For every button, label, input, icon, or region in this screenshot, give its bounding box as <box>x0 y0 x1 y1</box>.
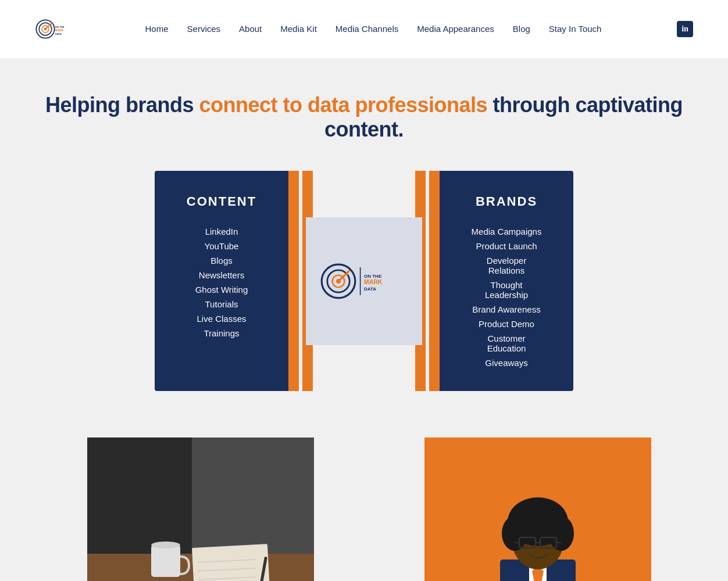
headline-accent: connect to data professionals <box>199 93 487 117</box>
person-image <box>424 437 651 581</box>
orange-bar <box>429 171 440 391</box>
brands-panel: BRANDS Media Campaigns Product Launch De… <box>440 171 573 391</box>
brands-panel-items: Media Campaigns Product Launch Developer… <box>469 227 544 368</box>
list-item: Thought Leadership <box>469 280 544 300</box>
list-item: Trainings <box>204 328 239 338</box>
list-item: Brand Awareness <box>472 304 540 314</box>
list-item: Blogs <box>210 256 233 266</box>
content-panel-items: LinkedIn YouTube Blogs Newsletters Ghost… <box>195 227 248 338</box>
svg-point-29 <box>151 541 180 548</box>
content-panel: CONTENT LinkedIn YouTube Blogs Newslette… <box>155 171 288 391</box>
list-item: YouTube <box>205 241 239 251</box>
svg-point-38 <box>548 516 574 551</box>
list-item: Product Demo <box>479 319 534 329</box>
center-logo-svg: ON THE MARK DATA <box>317 263 411 300</box>
list-item: Tutorials <box>205 299 238 309</box>
panels-wrapper: CONTENT LinkedIn YouTube Blogs Newslette… <box>131 171 597 391</box>
nav-blog[interactable]: Blog <box>513 24 530 34</box>
nav-media-channels[interactable]: Media Channels <box>336 24 398 34</box>
nav-media-kit[interactable]: Media Kit <box>280 24 317 34</box>
hero-section: Helping brands connect to data professio… <box>0 58 728 437</box>
logo[interactable]: ON THE MARK DATA <box>35 12 70 46</box>
svg-text:DATA: DATA <box>364 286 376 292</box>
list-item: Live Classes <box>197 314 246 324</box>
logo-icon: ON THE MARK DATA <box>35 12 70 46</box>
list-item: Product Launch <box>476 241 537 251</box>
headline-part1: Helping brands <box>45 93 199 117</box>
list-item: Ghost Writing <box>195 285 248 295</box>
brands-panel-title: BRANDS <box>476 194 537 209</box>
bottom-image-right <box>424 437 651 581</box>
list-item: LinkedIn <box>205 227 238 236</box>
bottom-section <box>0 437 728 581</box>
center-logo-box: ON THE MARK DATA <box>306 217 422 345</box>
svg-rect-28 <box>151 545 180 577</box>
svg-text:DATA: DATA <box>55 33 62 35</box>
linkedin-icon[interactable]: in <box>677 21 693 37</box>
svg-text:ON THE: ON THE <box>55 26 65 28</box>
svg-text:MARK: MARK <box>55 29 64 32</box>
nav-links: Home Services About Media Kit Media Chan… <box>145 24 602 34</box>
svg-point-37 <box>502 516 527 551</box>
list-item: Customer Education <box>469 333 544 353</box>
list-item: Giveaways <box>485 358 527 368</box>
list-item: Media Campaigns <box>472 227 542 236</box>
svg-text:ON THE: ON THE <box>364 273 382 278</box>
svg-text:MARK: MARK <box>364 278 383 285</box>
hero-headline: Helping brands connect to data professio… <box>23 93 705 142</box>
nav-stay-in-touch[interactable]: Stay In Touch <box>549 24 602 34</box>
nav-media-appearances[interactable]: Media Appearances <box>417 24 494 34</box>
center-panel: ON THE MARK DATA <box>288 171 440 391</box>
list-item: Developer Relations <box>469 256 544 275</box>
nav-home[interactable]: Home <box>145 24 169 34</box>
desk-image <box>87 437 314 581</box>
content-panel-title: CONTENT <box>187 194 256 209</box>
nav-about[interactable]: About <box>239 24 262 34</box>
list-item: Newsletters <box>199 270 244 280</box>
navigation: ON THE MARK DATA Home Services About Med… <box>0 0 728 58</box>
bottom-image-left <box>87 437 314 581</box>
nav-services[interactable]: Services <box>187 24 221 34</box>
orange-bar <box>288 171 299 391</box>
